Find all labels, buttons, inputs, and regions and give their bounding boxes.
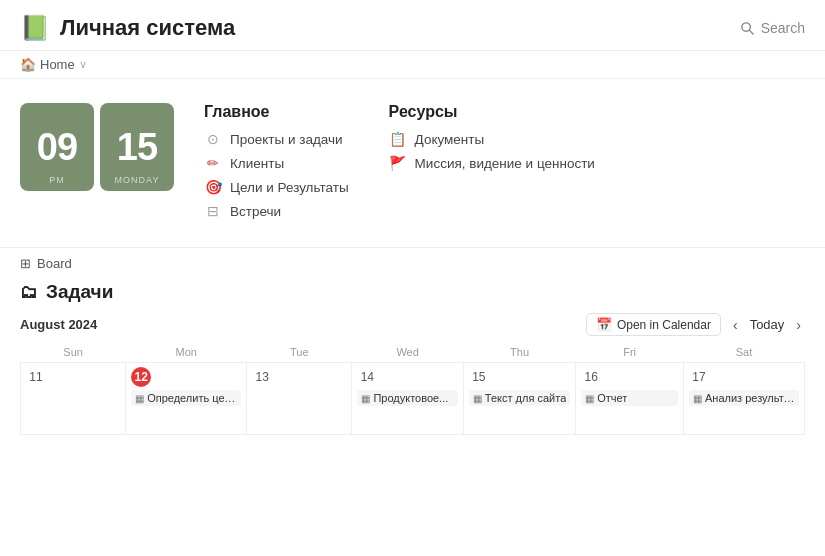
breadcrumb: 🏠 Home ∨ — [0, 51, 825, 79]
tasks-title: 🗂 Задачи — [20, 281, 805, 303]
tasks-title-text: Задачи — [46, 281, 113, 303]
page-title: 📗 Личная система — [20, 14, 235, 42]
weekday-wed: Wed — [352, 344, 463, 363]
clock-am-pm: PM — [49, 175, 65, 185]
nav-column-main: Главное ⊙ Проекты и задачи ✏ Клиенты 🎯 Ц… — [204, 103, 349, 227]
nav-item-mission-label: Миссия, видение и ценности — [415, 156, 595, 171]
home-icon: 🏠 — [20, 57, 36, 72]
calendar-row: 11 12 ▦ Определить целевую... 13 14 — [21, 363, 805, 435]
task-text-analysis: Анализ результатов — [705, 392, 795, 404]
task-chip-analysis[interactable]: ▦ Анализ результатов — [689, 390, 799, 406]
task-chip-icon-5: ▦ — [693, 393, 702, 404]
search-icon — [740, 21, 755, 36]
cal-day-16[interactable]: 16 ▦ Отчет — [576, 363, 684, 435]
clock-hour-card: 09 PM — [20, 103, 94, 191]
title-text: Личная система — [60, 15, 235, 41]
calendar-red-icon: 📅 — [596, 317, 612, 332]
calendar-controls: 📅 Open in Calendar ‹ Today › — [586, 313, 805, 336]
nav-item-documents-label: Документы — [415, 132, 485, 147]
nav-item-clients-label: Клиенты — [230, 156, 284, 171]
task-chip-report[interactable]: ▦ Отчет — [581, 390, 678, 406]
clock-hour: 09 — [37, 128, 77, 166]
calendar-icon: ⊟ — [204, 203, 222, 219]
month-label: August 2024 — [20, 317, 97, 332]
nav-column-resources: Ресурсы 📋 Документы 🚩 Миссия, видение и … — [389, 103, 595, 227]
nav-columns: Главное ⊙ Проекты и задачи ✏ Клиенты 🎯 Ц… — [204, 103, 805, 227]
task-chip-text[interactable]: ▦ Текст для сайта — [469, 390, 570, 406]
task-chip-icon-3: ▦ — [473, 393, 482, 404]
weekday-mon: Mon — [126, 344, 247, 363]
nav-col1-title: Главное — [204, 103, 349, 121]
cal-day-15[interactable]: 15 ▦ Текст для сайта — [463, 363, 575, 435]
task-chip-icon-4: ▦ — [585, 393, 594, 404]
task-text-define: Определить целевую... — [147, 392, 237, 404]
task-chip-icon: ▦ — [135, 393, 144, 404]
day-number-13: 13 — [252, 367, 272, 387]
nav-item-meetings-label: Встречи — [230, 204, 281, 219]
flag-icon: 🚩 — [389, 155, 407, 171]
cal-day-13[interactable]: 13 — [247, 363, 352, 435]
cal-day-11[interactable]: 11 — [21, 363, 126, 435]
clock-minute-card: 15 MONDAY — [100, 103, 174, 191]
board-text: Board — [37, 256, 72, 271]
today-label: Today — [750, 317, 785, 332]
day-number-16: 16 — [581, 367, 601, 387]
board-label[interactable]: ⊞ Board — [20, 256, 805, 271]
hero-section: 09 PM 15 MONDAY Главное ⊙ Проекты и зада… — [0, 79, 825, 247]
nav-item-documents[interactable]: 📋 Документы — [389, 131, 595, 147]
open-calendar-label: Open in Calendar — [617, 318, 711, 332]
cal-day-14[interactable]: 14 ▦ Продуктовое... — [352, 363, 463, 435]
task-text-report: Отчет — [597, 392, 627, 404]
search-label: Search — [761, 20, 805, 36]
nav-item-clients[interactable]: ✏ Клиенты — [204, 155, 349, 171]
tasks-section: 🗂 Задачи August 2024 📅 Open in Calendar … — [0, 275, 825, 435]
clock-minute: 15 — [117, 128, 157, 166]
task-chip-product[interactable]: ▦ Продуктовое... — [357, 390, 457, 406]
weekday-sun: Sun — [21, 344, 126, 363]
prev-arrow-button[interactable]: ‹ — [729, 315, 742, 335]
day-number-12: 12 — [131, 367, 151, 387]
weekday-fri: Fri — [576, 344, 684, 363]
weekday-thu: Thu — [463, 344, 575, 363]
header: 📗 Личная система Search — [0, 0, 825, 51]
board-icon: ⊞ — [20, 256, 31, 271]
task-text-site: Текст для сайта — [485, 392, 566, 404]
cal-day-17[interactable]: 17 ▦ Анализ результатов — [683, 363, 804, 435]
nav-item-goals[interactable]: 🎯 Цели и Результаты — [204, 179, 349, 195]
svg-line-1 — [749, 30, 753, 34]
cal-day-12[interactable]: 12 ▦ Определить целевую... — [126, 363, 247, 435]
breadcrumb-label[interactable]: Home — [40, 57, 75, 72]
open-in-calendar-button[interactable]: 📅 Open in Calendar — [586, 313, 721, 336]
task-chip-define[interactable]: ▦ Определить целевую... — [131, 390, 241, 406]
day-number-17: 17 — [689, 367, 709, 387]
clock-widget: 09 PM 15 MONDAY — [20, 103, 174, 191]
nav-item-meetings[interactable]: ⊟ Встречи — [204, 203, 349, 219]
book-icon: 📗 — [20, 14, 50, 42]
pencil-icon: ✏ — [204, 155, 222, 171]
nav-item-goals-label: Цели и Результаты — [230, 180, 349, 195]
nav-item-mission[interactable]: 🚩 Миссия, видение и ценности — [389, 155, 595, 171]
next-arrow-button[interactable]: › — [792, 315, 805, 335]
svg-point-0 — [742, 22, 750, 30]
day-number-14: 14 — [357, 367, 377, 387]
target-icon: ⊙ — [204, 131, 222, 147]
document-icon: 📋 — [389, 131, 407, 147]
search-button[interactable]: Search — [740, 20, 805, 36]
nav-item-projects[interactable]: ⊙ Проекты и задачи — [204, 131, 349, 147]
task-chip-icon-2: ▦ — [361, 393, 370, 404]
calendar-header-row: Sun Mon Tue Wed Thu Fri Sat — [21, 344, 805, 363]
goals-icon: 🎯 — [204, 179, 222, 195]
task-text-product: Продуктовое... — [373, 392, 448, 404]
clock-day-label: MONDAY — [115, 175, 160, 185]
nav-item-projects-label: Проекты и задачи — [230, 132, 343, 147]
board-section: ⊞ Board — [0, 247, 825, 275]
nav-col2-title: Ресурсы — [389, 103, 595, 121]
day-number-15: 15 — [469, 367, 489, 387]
day-number-11: 11 — [26, 367, 46, 387]
calendar-toolbar: August 2024 📅 Open in Calendar ‹ Today › — [20, 313, 805, 336]
weekday-tue: Tue — [247, 344, 352, 363]
tasks-icon: 🗂 — [20, 282, 38, 303]
breadcrumb-chevron-icon[interactable]: ∨ — [79, 58, 87, 71]
calendar-grid: Sun Mon Tue Wed Thu Fri Sat 11 12 ▦ — [20, 344, 805, 435]
weekday-sat: Sat — [683, 344, 804, 363]
